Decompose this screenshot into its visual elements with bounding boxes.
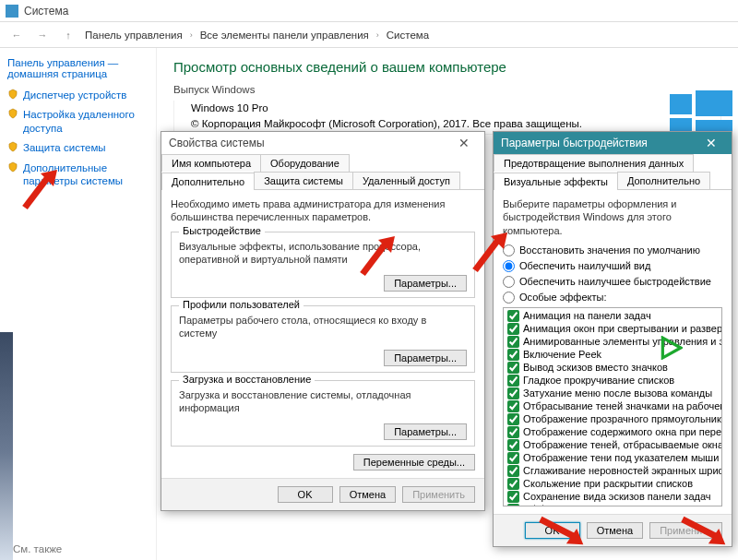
checkbox-input[interactable] xyxy=(507,362,519,374)
tab[interactable]: Визуальные эффекты xyxy=(494,173,618,190)
dialog-title: Свойства системы xyxy=(169,137,265,149)
visual-intro-text: Выберите параметры оформления и быстроде… xyxy=(503,197,722,237)
radio-input[interactable] xyxy=(503,292,515,304)
sidebar-home-link[interactable]: Панель управления — домашняя страница xyxy=(7,57,149,79)
checkbox-input[interactable] xyxy=(507,426,519,438)
performance-options-dialog: Параметры быстродействия ✕ Предотвращени… xyxy=(493,131,732,547)
checkbox-input[interactable] xyxy=(507,478,519,490)
checkbox-input[interactable] xyxy=(507,310,519,322)
tab[interactable]: Дополнительно xyxy=(161,173,255,190)
chevron-right-icon: › xyxy=(190,30,193,40)
profiles-settings-button[interactable]: Параметры... xyxy=(384,350,467,366)
sidebar-link-0[interactable]: Диспетчер устройств xyxy=(7,89,149,101)
tab[interactable]: Предотвращение выполнения данных xyxy=(494,154,694,172)
effect-checkbox-row[interactable]: Включение Peek xyxy=(507,349,718,361)
effect-checkbox-row[interactable]: Отбрасывание теней значками на рабочем с… xyxy=(507,400,718,412)
shield-icon xyxy=(7,89,18,100)
effect-checkbox-row[interactable]: Эффекты затухания или скольжения при обр… xyxy=(507,504,718,506)
group-legend: Быстродействие xyxy=(179,225,265,236)
boot-group: Загрузка и восстановление Загрузка и вос… xyxy=(171,380,475,447)
checkbox-label: Анимация окон при свертывании и разверты… xyxy=(523,323,722,334)
effect-checkbox-row[interactable]: Отображение тени под указателем мыши xyxy=(507,452,718,464)
checkbox-input[interactable] xyxy=(507,504,519,506)
radio-input[interactable] xyxy=(503,276,515,288)
nav-back-icon[interactable]: ← xyxy=(7,26,26,44)
group-legend: Профили пользователей xyxy=(179,299,304,310)
group-desc: Загрузка и восстановление системы, отлад… xyxy=(179,388,467,415)
checkbox-input[interactable] xyxy=(507,323,519,335)
performance-group: Быстродействие Визуальные эффекты, испол… xyxy=(171,232,475,299)
effect-checkbox-row[interactable]: Сохранение вида эскизов панели задач xyxy=(507,491,718,503)
checkbox-input[interactable] xyxy=(507,452,519,464)
effect-checkbox-row[interactable]: Отображение теней, отбрасываемые окнами xyxy=(507,439,718,451)
ok-button[interactable]: OK xyxy=(278,486,333,503)
nav-forward-icon[interactable]: → xyxy=(33,26,52,44)
effect-checkbox-row[interactable]: Анимация окон при свертывании и разверты… xyxy=(507,323,718,335)
apply-button[interactable]: Применить xyxy=(402,486,475,503)
effect-checkbox-row[interactable]: Затухание меню после вызова команды xyxy=(507,387,718,399)
cancel-button[interactable]: Отмена xyxy=(339,486,396,503)
system-icon xyxy=(6,5,18,18)
radio-label: Обеспечить наилучшее быстродействие xyxy=(519,276,711,287)
dialog-titlebar[interactable]: Параметры быстродействия ✕ xyxy=(494,132,732,154)
checkbox-label: Эффекты затухания или скольжения при обр… xyxy=(523,504,722,506)
close-icon[interactable]: ✕ xyxy=(698,136,724,150)
link-label: Защита системы xyxy=(23,141,106,154)
radio-option[interactable]: Обеспечить наилучшее быстродействие xyxy=(503,276,722,288)
breadcrumb-root[interactable]: Панель управления xyxy=(85,30,183,41)
effect-checkbox-row[interactable]: Скольжение при раскрытии списков xyxy=(507,478,718,490)
effect-checkbox-row[interactable]: Отображение содержимого окна при перетас… xyxy=(507,426,718,438)
cancel-button[interactable]: Отмена xyxy=(587,522,643,539)
checkbox-input[interactable] xyxy=(507,387,519,399)
radio-option[interactable]: Восстановить значения по умолчанию xyxy=(503,244,722,256)
effect-checkbox-row[interactable]: Анимированные элементы управления и элем… xyxy=(507,336,718,348)
effect-checkbox-row[interactable]: Анимация на панели задач xyxy=(507,310,718,322)
admin-intro-text: Необходимо иметь права администратора дл… xyxy=(171,197,475,224)
radio-label: Особые эффекты: xyxy=(519,292,606,303)
checkbox-input[interactable] xyxy=(507,349,519,361)
tab[interactable]: Имя компьютера xyxy=(161,154,261,172)
nav-up-icon[interactable]: ↑ xyxy=(59,26,77,44)
effect-checkbox-row[interactable]: Гладкое прокручивание списков xyxy=(507,375,718,387)
checkbox-label: Анимированные элементы управления и элем… xyxy=(523,336,722,347)
window-titlebar: Система xyxy=(0,0,738,22)
close-icon[interactable]: ✕ xyxy=(451,136,477,150)
checkbox-input[interactable] xyxy=(507,375,519,387)
annotation-arrow-icon xyxy=(358,232,404,279)
tab[interactable]: Дополнительно xyxy=(617,172,710,189)
breadcrumb-leaf[interactable]: Система xyxy=(387,30,429,41)
radio-option[interactable]: Обеспечить наилучший вид xyxy=(503,260,722,272)
radio-label: Обеспечить наилучший вид xyxy=(519,260,650,271)
checkbox-input[interactable] xyxy=(507,400,519,412)
tab[interactable]: Удаленный доступ xyxy=(352,172,460,189)
see-also-label: См. также xyxy=(13,543,62,554)
effects-checklist[interactable]: Анимация на панели задачАнимация окон пр… xyxy=(503,307,722,506)
effect-checkbox-row[interactable]: Отображение прозрачного прямоугольника в… xyxy=(507,413,718,425)
tab-row-2: ДополнительноЗащита системыУдаленный дос… xyxy=(161,172,484,190)
annotation-arrow-icon xyxy=(535,507,589,560)
sidebar-link-2[interactable]: Защита системы xyxy=(7,141,149,154)
effect-checkbox-row[interactable]: Вывод эскизов вместо значков xyxy=(507,362,718,374)
checkbox-input[interactable] xyxy=(507,413,519,425)
annotation-arrow-icon xyxy=(470,229,517,275)
tab-row-2: Визуальные эффектыДополнительно xyxy=(494,172,732,190)
env-vars-button[interactable]: Переменные среды... xyxy=(353,454,475,471)
tab[interactable]: Защита системы xyxy=(254,172,353,189)
edition-name: Windows 10 Pro xyxy=(191,102,720,113)
dialog-title: Параметры быстродействия xyxy=(501,137,648,149)
checkbox-input[interactable] xyxy=(507,439,519,451)
radio-option[interactable]: Особые эффекты: xyxy=(503,292,722,304)
checkbox-label: Отображение теней, отбрасываемые окнами xyxy=(523,439,722,450)
sidebar-link-1[interactable]: Настройка удаленного доступа xyxy=(7,108,149,135)
breadcrumb-mid[interactable]: Все элементы панели управления xyxy=(200,30,369,41)
effect-checkbox-row[interactable]: Сглаживание неровностей экранных шрифтов xyxy=(507,465,718,477)
page-heading: Просмотр основных сведений о вашем компь… xyxy=(173,59,721,75)
checkbox-label: Сохранение вида эскизов панели задач xyxy=(523,491,711,502)
checkbox-input[interactable] xyxy=(507,336,519,348)
checkbox-input[interactable] xyxy=(507,491,519,503)
checkbox-input[interactable] xyxy=(507,465,519,477)
checkbox-label: Отбрасывание теней значками на рабочем с… xyxy=(523,400,722,411)
dialog-titlebar[interactable]: Свойства системы ✕ xyxy=(161,132,484,154)
boot-settings-button[interactable]: Параметры... xyxy=(384,423,467,440)
tab[interactable]: Оборудование xyxy=(260,154,350,172)
